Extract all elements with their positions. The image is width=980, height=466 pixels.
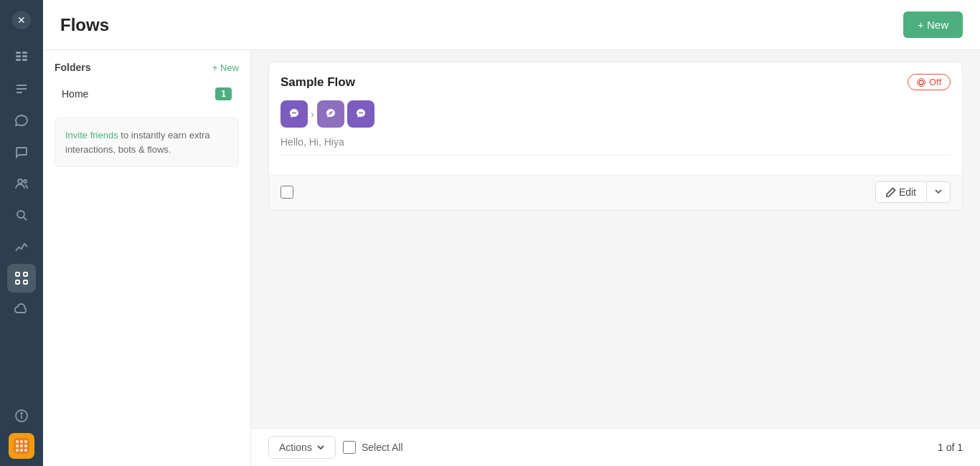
svg-rect-6 [16, 59, 21, 61]
flow-icons: › [281, 100, 951, 128]
select-all-area[interactable]: Select All [343, 441, 403, 454]
flow-icon-3 [347, 100, 374, 128]
sidebar-item-messages[interactable] [7, 138, 36, 166]
svg-rect-26 [20, 449, 23, 452]
status-badge: Off [908, 74, 951, 90]
edit-button[interactable]: Edit [875, 181, 927, 203]
sidebar-item-contacts[interactable] [7, 169, 36, 198]
svg-rect-24 [24, 444, 27, 447]
svg-rect-25 [16, 449, 19, 452]
svg-point-29 [292, 113, 293, 114]
new-flow-button[interactable]: + New [903, 11, 963, 38]
sidebar-item-analytics[interactable] [7, 232, 36, 261]
edit-dropdown-button[interactable] [927, 181, 951, 203]
folder-badge: 1 [215, 87, 232, 100]
flow-divider [281, 155, 951, 156]
edit-label: Edit [899, 186, 916, 198]
new-folder-button[interactable]: + New [212, 62, 239, 73]
svg-rect-19 [16, 440, 19, 443]
content-area: Folders + New Home 1 Invite friends to i… [43, 50, 980, 466]
pagination-text: 1 of 1 [938, 442, 963, 453]
svg-point-10 [17, 211, 24, 218]
svg-rect-5 [22, 55, 27, 57]
select-all-label: Select All [362, 442, 403, 453]
svg-point-9 [24, 180, 27, 183]
svg-point-28 [919, 80, 923, 85]
svg-rect-14 [24, 280, 27, 284]
flow-icon-1 [281, 100, 308, 128]
svg-point-31 [295, 113, 296, 114]
flow-select-checkbox[interactable] [281, 186, 293, 199]
svg-point-17 [21, 413, 22, 414]
flow-card-header: Sample Flow Off [281, 74, 951, 90]
status-dot-icon [917, 78, 925, 87]
flow-icon-2 [317, 100, 344, 128]
page-title: Flows [60, 15, 109, 35]
svg-rect-20 [20, 440, 23, 443]
folder-name: Home [62, 88, 88, 100]
sidebar-bottom [7, 401, 36, 459]
invite-box: Invite friends to instantly earn extra i… [55, 118, 239, 167]
user-avatar[interactable] [9, 433, 34, 459]
flow-name: Sample Flow [281, 75, 355, 90]
svg-rect-13 [16, 280, 19, 284]
svg-point-35 [362, 113, 363, 114]
header: Flows + New [43, 0, 980, 50]
status-label: Off [929, 77, 941, 87]
sidebar-item-search[interactable] [7, 201, 36, 229]
svg-rect-22 [16, 444, 19, 447]
folders-panel: Folders + New Home 1 Invite friends to i… [43, 50, 251, 466]
edit-icon [886, 187, 896, 197]
svg-rect-12 [24, 272, 27, 276]
flow-arrow-icon: › [311, 108, 314, 120]
chevron-down-icon [934, 187, 943, 196]
sidebar-logo[interactable]: ✕ [9, 7, 34, 33]
sidebar-item-cloud[interactable] [7, 295, 36, 324]
folders-header: Folders + New [55, 62, 239, 73]
svg-rect-21 [24, 440, 27, 443]
sidebar-item-chat[interactable] [7, 106, 36, 135]
svg-rect-27 [24, 449, 27, 452]
svg-text:✕: ✕ [17, 14, 26, 26]
main-area: Flows + New Folders + New Home 1 Invite … [43, 0, 980, 466]
actions-button[interactable]: Actions [268, 436, 336, 459]
flow-card-footer: Edit [269, 174, 962, 210]
svg-rect-3 [22, 52, 27, 54]
folder-item-home[interactable]: Home 1 [55, 82, 239, 106]
sidebar-item-inbox[interactable] [7, 75, 36, 103]
sidebar: ✕ [0, 0, 43, 466]
svg-point-34 [360, 113, 362, 114]
flow-card: Sample Flow Off [268, 62, 963, 211]
svg-rect-7 [22, 59, 27, 61]
sidebar-item-info[interactable] [7, 401, 36, 430]
flow-card-body: Sample Flow Off [269, 62, 962, 174]
svg-rect-23 [20, 444, 23, 447]
svg-point-30 [293, 113, 295, 114]
sidebar-item-flows[interactable] [7, 264, 36, 293]
edit-group: Edit [875, 181, 951, 203]
svg-rect-2 [16, 52, 21, 54]
actions-label: Actions [279, 442, 312, 453]
svg-rect-4 [16, 55, 21, 57]
invite-link[interactable]: Invite friends [65, 130, 118, 141]
svg-rect-11 [16, 272, 19, 276]
svg-point-33 [359, 113, 360, 114]
flow-list: Sample Flow Off [251, 50, 980, 428]
select-all-checkbox[interactable] [343, 441, 356, 454]
bottom-bar: Actions Select All 1 of 1 [251, 428, 980, 466]
sidebar-item-grid[interactable] [7, 43, 36, 72]
flow-description: Hello, Hi, Hiya [281, 136, 951, 148]
svg-point-8 [18, 179, 22, 184]
actions-chevron-icon [316, 443, 325, 452]
folders-label: Folders [55, 62, 91, 73]
